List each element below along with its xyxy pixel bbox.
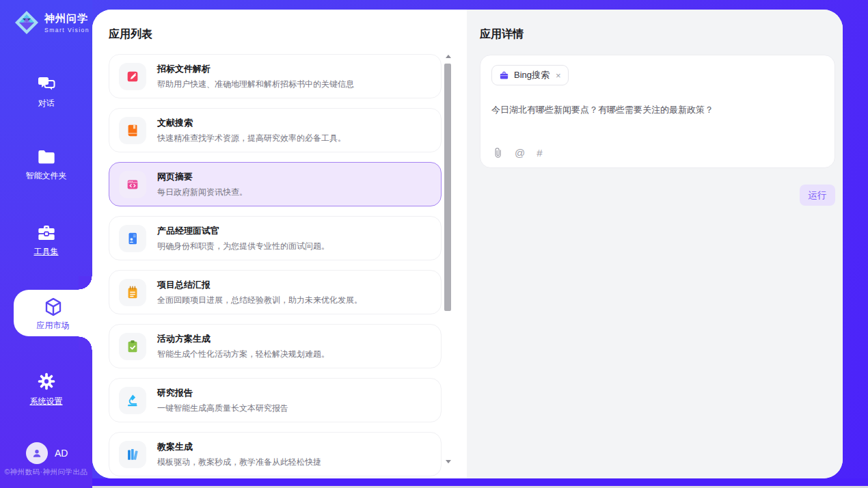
cube-icon [43,297,64,317]
app-list-panel: 应用列表 招标文件解析 帮助用户快速、准确地理解和解析招标书中的关键信息 [92,10,467,478]
scroll-down-arrow-icon[interactable] [444,458,452,465]
app-name: 文献搜索 [157,117,346,129]
app-icon-tile [119,333,146,360]
app-desc: 一键智能生成高质量长文本研究报告 [157,403,288,414]
event-plan-icon [125,339,140,354]
app-desc: 每日政府新闻资讯快查。 [157,187,247,198]
sidebar-item-settings[interactable]: 系统设置 [0,372,92,407]
copyright-footer: ©神州数码·神州问学出品 [0,467,92,477]
briefcase-icon [499,70,509,81]
app-card-event-plan[interactable]: 活动方案生成 智能生成个性化活动方案，轻松解决规划难题。 [109,324,442,368]
app-card-literature-search[interactable]: 文献搜索 快速精准查找学术资源，提高研究效率的必备工具。 [109,108,442,152]
app-icon-tile [119,63,146,90]
hashtag-icon[interactable]: # [537,147,542,159]
sidebar-item-toolset[interactable]: 工具集 [0,224,92,258]
app-name: 网页摘要 [157,171,247,183]
mention-icon[interactable]: @ [515,147,525,159]
app-list-scrollbar[interactable] [444,53,452,471]
brand-subtitle: Smart Vision [44,27,90,33]
web-summary-icon [125,177,140,192]
tool-tag-bing-search[interactable]: Bing搜索 × [491,65,569,85]
app-name: 产品经理面试官 [157,225,329,237]
app-card-pm-interviewer[interactable]: 产品经理面试官 明确身份和职责，为您提供专业性的面试问题。 [109,216,442,260]
app-icon-tile [119,387,146,414]
gear-icon [37,372,56,391]
app-name: 活动方案生成 [157,333,329,345]
sidebar-item-chat[interactable]: 对话 [0,75,92,109]
tool-tag-close-icon[interactable]: × [556,70,561,81]
research-report-icon [125,393,140,408]
project-summary-icon [125,285,140,300]
brand-logo: 神州问学 Smart Vision [0,0,92,36]
user-name: AD [55,448,68,459]
app-desc: 全面回顾项目进展，总结经验教训，助力未来优化发展。 [157,295,362,306]
app-card-web-summary[interactable]: 网页摘要 每日政府新闻资讯快查。 [109,162,442,206]
app-card-project-summary[interactable]: 项目总结汇报 全面回顾项目进展，总结经验教训，助力未来优化发展。 [109,270,442,314]
sidebar: 神州问学 Smart Vision 对话 智能文件夹 工具集 [0,0,92,488]
app-icon-tile [119,279,146,306]
app-detail-panel: 应用详情 Bing搜索 × 今日湖北有哪些新闻要点？有哪些需要关注的最新政策？ … [467,10,843,478]
app-list-title: 应用列表 [92,10,467,42]
brand-name: 神州问学 [44,12,90,25]
literature-search-icon [125,123,140,138]
app-icon-tile [119,225,146,252]
app-desc: 明确身份和职责，为您提供专业性的面试问题。 [157,241,329,252]
app-icon-tile [119,117,146,144]
sidebar-item-label: 应用市场 [14,320,92,331]
prompt-card[interactable]: Bing搜索 × 今日湖北有哪些新闻要点？有哪些需要关注的最新政策？ @ # [480,55,835,168]
app-name: 招标文件解析 [157,63,354,75]
app-name: 研究报告 [157,387,288,399]
app-card-research-report[interactable]: 研究报告 一键智能生成高质量长文本研究报告 [109,378,442,422]
user-account[interactable]: AD [26,442,68,464]
app-desc: 模板驱动，教案秒成，教学准备从此轻松快捷 [157,457,321,468]
app-card-tender-parse[interactable]: 招标文件解析 帮助用户快速、准确地理解和解析招标书中的关键信息 [109,54,442,98]
app-card-list: 招标文件解析 帮助用户快速、准确地理解和解析招标书中的关键信息 文献搜索 快速精… [109,54,467,476]
pm-interviewer-icon [125,231,140,246]
app-desc: 快速精准查找学术资源，提高研究效率的必备工具。 [157,133,346,144]
app-detail-title: 应用详情 [467,10,843,42]
sidebar-item-app-market[interactable]: 应用市场 [14,290,92,336]
query-text[interactable]: 今日湖北有哪些新闻要点？有哪些需要关注的最新政策？ [491,103,824,117]
app-card-lesson-plan[interactable]: 教案生成 模板驱动，教案秒成，教学准备从此轻松快捷 [109,432,442,476]
avatar [26,442,48,464]
folder-icon [37,149,56,165]
app-name: 教案生成 [157,441,321,453]
sidebar-item-label: 工具集 [0,246,92,258]
app-desc: 帮助用户快速、准确地理解和解析招标书中的关键信息 [157,79,354,90]
sidebar-item-smart-folder[interactable]: 智能文件夹 [0,149,92,182]
lesson-plan-icon [125,447,140,462]
toolbox-icon [37,224,56,241]
scroll-up-arrow-icon[interactable] [444,53,452,60]
paperclip-icon[interactable] [493,147,503,159]
attachment-toolbar: @ # [493,147,543,159]
sidebar-item-label: 智能文件夹 [0,170,92,182]
app-name: 项目总结汇报 [157,279,362,291]
chat-icon [36,75,57,93]
app-icon-tile [119,441,146,468]
app-icon-tile [119,171,146,198]
app-desc: 智能生成个性化活动方案，轻松解决规划难题。 [157,349,329,360]
scrollbar-thumb[interactable] [444,64,451,311]
sidebar-item-label: 对话 [0,98,92,109]
diamond-logo-icon [14,10,40,36]
run-row: 运行 [467,185,835,206]
person-icon [31,447,43,459]
tender-parse-icon [125,69,140,84]
main-content: 应用列表 招标文件解析 帮助用户快速、准确地理解和解析招标书中的关键信息 [92,10,843,478]
tool-tag-label: Bing搜索 [514,69,550,81]
bottom-accent-strip [92,478,868,486]
sidebar-item-label: 系统设置 [0,396,92,407]
run-button[interactable]: 运行 [800,185,835,206]
